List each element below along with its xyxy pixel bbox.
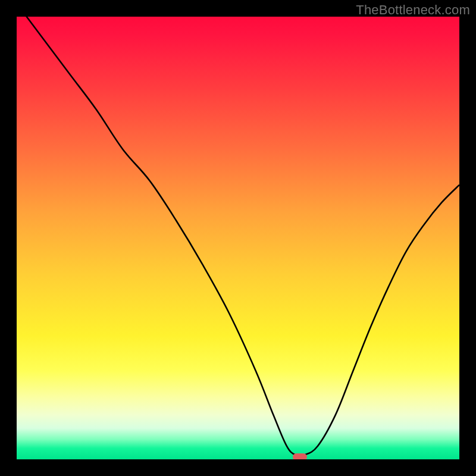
plot-area	[17, 17, 459, 459]
watermark-text: TheBottleneck.com	[356, 2, 470, 18]
optimal-marker	[293, 453, 307, 459]
bottleneck-curve	[17, 17, 459, 459]
chart-frame: TheBottleneck.com	[0, 0, 476, 476]
curve-path	[17, 17, 459, 456]
